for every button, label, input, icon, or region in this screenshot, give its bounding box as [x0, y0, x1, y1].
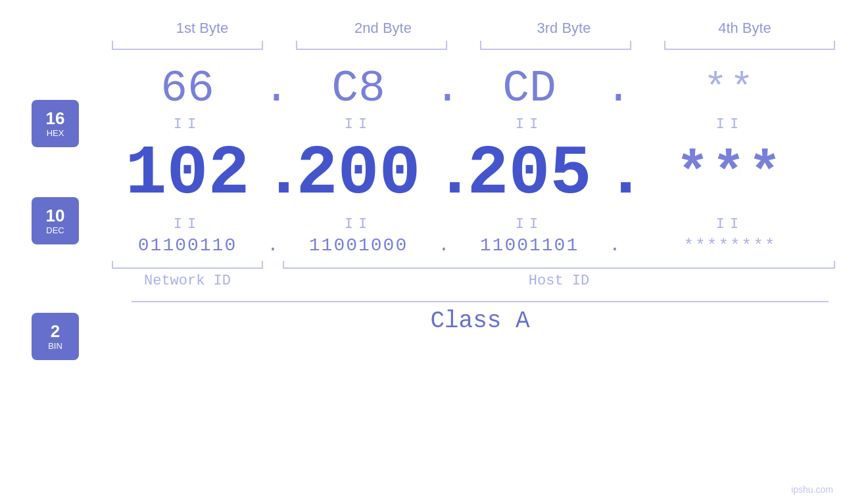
eq2-b3: II: [454, 216, 605, 233]
byte4-header: 4th Byte: [673, 20, 817, 37]
class-a-label: Class A: [132, 308, 829, 334]
hex-row: 66 . C8 . CD . **: [112, 63, 835, 114]
host-id-bracket: [283, 261, 835, 269]
hex-badge-num: 16: [46, 110, 65, 127]
network-id-bracket: [112, 261, 263, 269]
bin-b2: 11001000: [283, 235, 434, 256]
byte3-header: 3rd Byte: [492, 20, 637, 37]
hex-b1: 66: [112, 63, 263, 114]
dec-b2: 200: [283, 135, 434, 214]
bin-dot2: .: [434, 235, 454, 256]
bin-dot1: .: [263, 235, 283, 256]
dec-badge: 10 DEC: [32, 197, 79, 244]
dec-badge-label: DEC: [46, 225, 64, 235]
bin-b1: 01100110: [112, 235, 263, 256]
hex-dot2: .: [434, 63, 454, 114]
class-bracket-line: [132, 301, 829, 302]
hex-dot1: .: [263, 63, 283, 114]
dec-b1: 102: [112, 135, 263, 214]
watermark: ipshu.com: [791, 484, 833, 495]
hex-b2: C8: [283, 63, 434, 114]
eq1-b4: II: [625, 116, 835, 133]
hex-b4: **: [625, 66, 835, 111]
main-container: 16 HEX 10 DEC 2 BIN 1st Byte 2nd Byte 3r…: [0, 0, 845, 504]
bin-row: 01100110 . 11001000 . 11001101 . *******…: [112, 235, 835, 256]
bin-dot3: .: [605, 235, 625, 256]
host-id-label: Host ID: [283, 273, 835, 289]
network-id-label: Network ID: [112, 273, 263, 289]
hex-dot3: .: [605, 63, 625, 114]
equal-row-1: II II II II: [112, 116, 835, 133]
dec-badge-num: 10: [46, 207, 65, 224]
dec-dot2: .: [434, 135, 454, 214]
dec-b4: ***: [625, 143, 835, 206]
bottom-bracket-row: [112, 261, 835, 269]
bin-badge-label: BIN: [48, 341, 62, 351]
hex-b3: CD: [454, 63, 605, 114]
bin-b3: 11001101: [454, 235, 605, 256]
bin-badge-num: 2: [51, 323, 60, 340]
eq1-b3: II: [454, 116, 605, 133]
eq2-b4: II: [625, 216, 835, 233]
equal-row-2: II II II II: [112, 216, 835, 233]
hex-badge: 16 HEX: [32, 100, 79, 147]
dec-dot3: .: [605, 135, 625, 214]
bin-badge: 2 BIN: [32, 313, 79, 360]
byte1-header: 1st Byte: [130, 20, 275, 37]
eq1-b2: II: [283, 116, 434, 133]
byte-headers: 1st Byte 2nd Byte 3rd Byte 4th Byte: [112, 20, 835, 37]
byte2-header: 2nd Byte: [311, 20, 456, 37]
dec-dot1: .: [263, 135, 283, 214]
eq2-b1: II: [112, 216, 263, 233]
bin-b4: ********: [625, 236, 835, 256]
eq1-b1: II: [112, 116, 263, 133]
id-labels-row: Network ID Host ID: [112, 273, 835, 289]
eq2-b2: II: [283, 216, 434, 233]
dec-b3: 205: [454, 135, 605, 214]
hex-badge-label: HEX: [47, 128, 64, 138]
dec-row: 102 . 200 . 205 . ***: [112, 135, 835, 214]
